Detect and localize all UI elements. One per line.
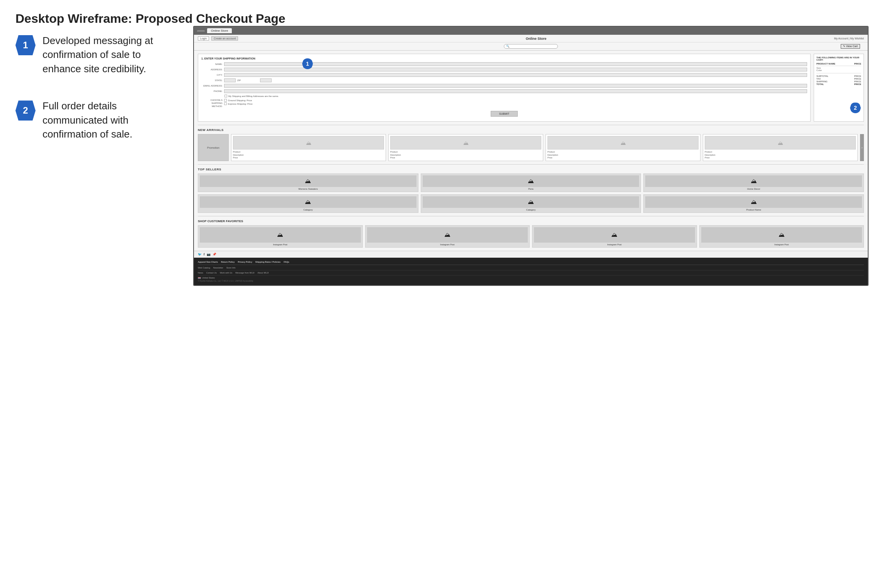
footer-link-message-muji[interactable]: Message from MUJI xyxy=(235,272,254,274)
footer-link-storeinfo[interactable]: Store Info xyxy=(226,267,236,269)
category-card-product-name[interactable]: ⛰ Product Name xyxy=(643,194,864,213)
product-img-1: ⛰ xyxy=(233,136,384,150)
same-address-checkbox[interactable] xyxy=(224,95,227,97)
instagram-img-2: ⛰ xyxy=(367,227,528,243)
instagram-card-4[interactable]: ⛰ Instagram Post xyxy=(699,225,864,248)
footer-link-webcatalog[interactable]: Web Catalog xyxy=(198,267,210,269)
top-sellers-heading: TOP SELLERS xyxy=(198,168,864,171)
login-button[interactable]: Login xyxy=(198,36,209,41)
product-price-4: Price xyxy=(705,156,710,159)
instagram-card-2[interactable]: ⛰ Instagram Post xyxy=(365,225,530,248)
category-img-icon-3: ⛰ xyxy=(751,178,757,185)
category-label-home-decor: Home Decor xyxy=(747,188,760,190)
pinterest-icon[interactable]: 📌 xyxy=(212,253,216,256)
footer-link-apparel[interactable]: Apparel Size Charts xyxy=(198,261,218,263)
checkout-section: 1 2 1. ENTER YOUR SHIPPING INFORMATION N… xyxy=(194,51,868,125)
account-wishlist-links: My Account | My Wishlist xyxy=(834,37,864,40)
product-card-4[interactable]: ⛰ ProductDescription Price xyxy=(703,134,858,161)
footer-link-about-muji[interactable]: About MUJI xyxy=(258,272,269,274)
form-label-zip: ZIP xyxy=(237,79,258,82)
annotation-text-2: Full order details communicated with con… xyxy=(42,99,178,141)
main-layout: 1 Developed messaging at confirmation of… xyxy=(15,26,869,286)
category-card-5[interactable]: ⛰ Category xyxy=(421,194,641,213)
express-shipping-checkbox[interactable] xyxy=(224,102,227,105)
shipping-method-section: CHOOSE ASHIPPINGMETHOD: Ground Shipping:… xyxy=(201,99,807,108)
view-cart-button[interactable]: ✎ View Cart xyxy=(841,44,860,49)
form-row-email: EMAIL ADDRESS: xyxy=(201,84,807,88)
product-img-4: ⛰ xyxy=(705,136,856,150)
product-card-1[interactable]: ⛰ ProductDescription Price xyxy=(231,134,386,161)
instagram-img-1: ⛰ xyxy=(200,227,361,243)
instagram-icon[interactable]: 📷 xyxy=(207,253,211,256)
instagram-img-icon-4: ⛰ xyxy=(779,231,785,238)
form-input-state[interactable] xyxy=(224,78,236,82)
cart-total-row: TOTAL PRICE xyxy=(816,83,861,85)
instagram-img-icon-3: ⛰ xyxy=(611,231,617,238)
cart-totals: SUBTOTAL PRICE TAX PRICE SHIPPING PRICE … xyxy=(816,73,861,85)
form-input-address[interactable] xyxy=(224,68,807,71)
browser-tab-active[interactable]: Online Store xyxy=(207,28,232,33)
annotation-badge-2: 2 xyxy=(15,100,36,121)
category-label-womens-sweaters: Womens Sweaters xyxy=(298,188,318,190)
category-card-womens-sweaters[interactable]: ⛰ Womens Sweaters xyxy=(198,173,418,192)
express-shipping-label: Express Shipping: Price xyxy=(228,103,253,105)
form-label-phone: PHONE: xyxy=(201,90,223,92)
express-shipping-option[interactable]: Express Shipping: Price xyxy=(224,102,253,105)
form-label-name: NAME: xyxy=(201,63,223,65)
footer-links-row-3: News Contact Us Work with Us Message fro… xyxy=(198,272,864,275)
wf-annotation-1: 1 xyxy=(302,58,313,69)
instagram-card-1[interactable]: ⛰ Instagram Post xyxy=(198,225,363,248)
footer-link-news[interactable]: News xyxy=(198,272,203,274)
twitter-icon[interactable]: 🐦 xyxy=(198,253,202,256)
instagram-card-3[interactable]: ⛰ Instagram Post xyxy=(532,225,697,248)
footer-link-shipping[interactable]: Shipping Rates / Policies xyxy=(255,261,280,263)
instagram-img-icon-2: ⛰ xyxy=(444,231,450,238)
cart-shipping-row: SHIPPING PRICE xyxy=(816,80,861,83)
facebook-icon[interactable]: f xyxy=(204,253,205,256)
store-topbar-left: Login Create an account xyxy=(198,36,238,41)
wireframe: Online Store Login Create an account Onl… xyxy=(193,26,869,286)
form-label-address: ADDRESS: xyxy=(201,68,223,71)
cart-tax-value: PRICE xyxy=(854,78,861,80)
next-arrow-button[interactable]: › xyxy=(860,134,864,161)
category-card-pens[interactable]: ⛰ Pens xyxy=(421,173,641,192)
checkout-form: 1. ENTER YOUR SHIPPING INFORMATION NAME:… xyxy=(198,54,811,122)
category-img-pens: ⛰ xyxy=(423,175,639,187)
footer-link-contact[interactable]: Contact Us xyxy=(206,272,217,274)
category-label-product-name: Product Name xyxy=(746,209,761,211)
footer-link-workwithus[interactable]: Work with Us xyxy=(220,272,232,274)
promotion-block[interactable]: Promotion xyxy=(198,134,229,161)
same-address-row: My Shipping and Billing Addresses are th… xyxy=(224,95,807,97)
new-arrivals-row: Promotion ⛰ ProductDescription Price ⛰ P… xyxy=(198,134,864,161)
cart-total-label: TOTAL xyxy=(816,83,824,85)
page-title: Desktop Wireframe: Proposed Checkout Pag… xyxy=(15,12,869,26)
category-card-4[interactable]: ⛰ Category xyxy=(198,194,418,213)
ground-shipping-checkbox[interactable] xyxy=(224,99,227,102)
product-card-3[interactable]: ⛰ ProductDescription Price xyxy=(546,134,700,161)
footer-link-return[interactable]: Return Policy xyxy=(221,261,235,263)
category-card-home-decor[interactable]: ⛰ Home Decor xyxy=(643,173,864,192)
store-header: Login Create an account Online Store My … xyxy=(194,35,868,51)
shop-prefix: SHOP xyxy=(198,219,207,223)
product-img-icon-2: ⛰ xyxy=(463,140,469,146)
form-input-city[interactable] xyxy=(224,73,807,77)
form-label-city: CITY: xyxy=(201,74,223,76)
form-input-email[interactable] xyxy=(224,84,807,88)
footer-link-faqs[interactable]: FAQs xyxy=(284,261,289,263)
create-account-button[interactable]: Create an account xyxy=(211,36,238,41)
category-img-icon-2: ⛰ xyxy=(528,178,534,185)
form-label-email: EMAIL ADDRESS: xyxy=(201,85,223,87)
ground-shipping-option[interactable]: Ground Shipping: Price xyxy=(224,99,253,102)
product-card-2[interactable]: ⛰ ProductDescription Price xyxy=(388,134,543,161)
browser-tab-inactive[interactable] xyxy=(197,30,205,32)
annotation-1: 1 Developed messaging at confirmation of… xyxy=(15,34,178,76)
form-input-phone[interactable] xyxy=(224,89,807,93)
form-row-state: STATE: ZIP xyxy=(201,78,807,82)
product-desc-1: ProductDescription xyxy=(233,151,244,156)
search-bar[interactable]: 🔍 xyxy=(504,44,558,49)
footer-link-newsletter[interactable]: Newsletter xyxy=(213,267,223,269)
submit-button[interactable]: SUBMIT xyxy=(491,111,518,117)
form-input-zip[interactable] xyxy=(260,78,272,82)
instagram-grid: ⛰ Instagram Post ⛰ Instagram Post ⛰ Inst… xyxy=(198,225,864,248)
footer-link-privacy[interactable]: Privacy Policy xyxy=(238,261,252,263)
